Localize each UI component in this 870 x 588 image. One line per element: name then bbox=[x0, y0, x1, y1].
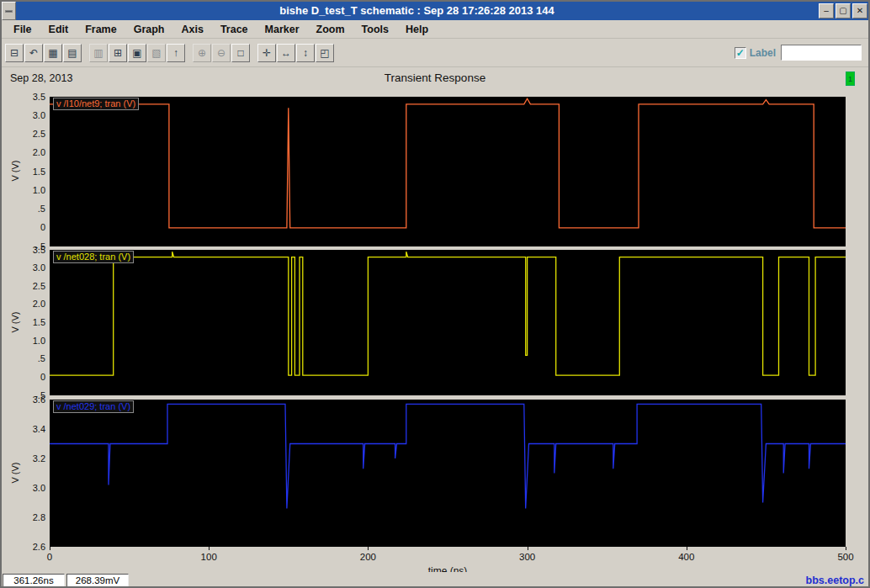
undo-icon[interactable]: ↶ bbox=[24, 44, 43, 62]
maximize-button[interactable]: ▢ bbox=[836, 3, 851, 19]
toolbar: ⊟↶▦▤▥⊞▣▧↑⊕⊖□✛↔↕◰ ✓ Label bbox=[2, 40, 868, 67]
watermark: bbs.eetop.c bbox=[806, 575, 864, 586]
menu-frame[interactable]: Frame bbox=[77, 20, 125, 39]
menu-tools[interactable]: Tools bbox=[353, 20, 397, 39]
x-tick-mark bbox=[50, 547, 50, 550]
y-tick-label: 3.2 bbox=[2, 453, 45, 464]
menu-edit[interactable]: Edit bbox=[40, 20, 77, 39]
close-button[interactable]: ✕ bbox=[852, 3, 867, 19]
x-tick-label: 400 bbox=[670, 552, 703, 562]
y-tick-label: 1.0 bbox=[2, 185, 45, 195]
x-tick-mark bbox=[528, 547, 528, 550]
window-title: bishe D_test_T schematic : Sep 28 17:26:… bbox=[16, 2, 818, 20]
waveform-trace-1[interactable] bbox=[50, 98, 846, 228]
check-icon: ✓ bbox=[736, 47, 745, 59]
y-tick-label: 1.5 bbox=[2, 317, 45, 327]
zoom-box-icon[interactable]: □ bbox=[231, 44, 250, 62]
menu-file[interactable]: File bbox=[5, 20, 40, 39]
trace-label-1[interactable]: v /I10/net9; tran (V) bbox=[53, 98, 139, 110]
label-group: ✓ Label bbox=[735, 45, 862, 61]
trace-label-2[interactable]: v /net028; tran (V) bbox=[53, 251, 134, 263]
print-icon[interactable]: ⊟ bbox=[5, 44, 24, 62]
x-tick-label: 500 bbox=[829, 552, 862, 562]
window-menu-button[interactable] bbox=[2, 2, 16, 20]
menu-trace[interactable]: Trace bbox=[212, 20, 257, 39]
label-checkbox-text: Label bbox=[750, 47, 776, 59]
menu-help[interactable]: Help bbox=[397, 20, 437, 39]
toolbar-icons: ⊟↶▦▤▥⊞▣▧↑⊕⊖□✛↔↕◰ bbox=[5, 44, 335, 62]
y-tick-label: 3.6 bbox=[2, 395, 45, 405]
waveform-trace-2[interactable] bbox=[50, 252, 846, 375]
y-tick-label: 2.8 bbox=[2, 512, 45, 522]
copy-window-icon[interactable]: ⊞ bbox=[109, 44, 127, 62]
delete-subwindow-icon[interactable]: ▧ bbox=[147, 44, 166, 62]
y-tick-label: 3.4 bbox=[2, 424, 45, 434]
y-tick-label: 0 bbox=[2, 372, 45, 382]
statusbar: 361.26ns268.39mV bbs.eetop.c bbox=[2, 572, 868, 586]
y-tick-label: 3.0 bbox=[2, 483, 45, 493]
page-indicator-badge: 1 bbox=[846, 72, 855, 86]
page-title: Transient Response bbox=[2, 72, 868, 84]
zoom-out-icon[interactable]: ⊖ bbox=[212, 44, 231, 62]
label-checkbox[interactable]: ✓ bbox=[735, 47, 746, 59]
paste-window-icon[interactable]: ▣ bbox=[128, 44, 146, 62]
y-tick-label: 3.5 bbox=[2, 245, 45, 255]
grid-icon[interactable]: ▦ bbox=[44, 44, 62, 62]
app-window: bishe D_test_T schematic : Sep 28 17:26:… bbox=[0, 0, 870, 588]
x-tick-label: 200 bbox=[351, 552, 385, 562]
pan-y-icon[interactable]: ↕ bbox=[296, 44, 315, 62]
waveform-trace-3[interactable] bbox=[50, 404, 846, 508]
y-tick-label: .5 bbox=[2, 353, 45, 363]
y-axis-title: V (V) bbox=[10, 456, 20, 490]
x-tick-label: 300 bbox=[511, 552, 544, 562]
header-strip: Sep 28, 2013 Transient Response 1 bbox=[2, 68, 868, 90]
marker-icon[interactable]: ↑ bbox=[167, 44, 185, 62]
y-tick-label: 2.0 bbox=[2, 147, 45, 157]
menu-axis[interactable]: Axis bbox=[173, 20, 212, 39]
y-tick-label: 1.5 bbox=[2, 167, 45, 177]
y-tick-label: 1.0 bbox=[2, 336, 45, 346]
plot-panel-2[interactable]: v /net028; tran (V) bbox=[50, 250, 846, 395]
y-tick-label: .5 bbox=[2, 204, 45, 214]
fit-view-icon[interactable]: ◰ bbox=[316, 44, 334, 62]
menu-zoom[interactable]: Zoom bbox=[308, 20, 353, 39]
x-tick-mark bbox=[368, 547, 369, 550]
marker-y-readout: 268.39mV bbox=[66, 574, 129, 587]
x-tick-label: 100 bbox=[192, 552, 225, 562]
menu-graph[interactable]: Graph bbox=[125, 20, 173, 39]
window-menu-icon bbox=[5, 10, 13, 13]
strip-chart-icon[interactable]: ▤ bbox=[63, 44, 82, 62]
y-tick-label: 0 bbox=[2, 222, 45, 232]
x-tick-mark bbox=[209, 547, 210, 550]
y-tick-label: 3.5 bbox=[2, 92, 45, 102]
trace-label-3[interactable]: v /net029; tran (V) bbox=[53, 400, 134, 413]
y-tick-label: 2.5 bbox=[2, 281, 45, 291]
marker-x-readout: 361.26ns bbox=[3, 574, 65, 587]
y-tick-label: 2.6 bbox=[2, 542, 45, 552]
y-tick-label: 2.5 bbox=[2, 129, 45, 139]
zoom-in-icon[interactable]: ⊕ bbox=[193, 44, 211, 62]
titlebar: bishe D_test_T schematic : Sep 28 17:26:… bbox=[2, 2, 868, 20]
pan-icon[interactable]: ✛ bbox=[257, 44, 276, 62]
label-input[interactable] bbox=[781, 45, 862, 61]
menubar: FileEditFrameGraphAxisTraceMarkerZoomToo… bbox=[2, 20, 868, 39]
menu-marker[interactable]: Marker bbox=[257, 20, 308, 39]
x-tick-label: 0 bbox=[33, 552, 66, 562]
x-tick-mark bbox=[687, 547, 687, 550]
overlay-chart-icon[interactable]: ▥ bbox=[89, 44, 108, 62]
y-tick-label: 2.0 bbox=[2, 299, 45, 309]
pan-x-icon[interactable]: ↔ bbox=[277, 44, 295, 62]
y-tick-label: 3.0 bbox=[2, 110, 45, 120]
x-tick-mark bbox=[846, 547, 846, 550]
y-axis-title: V (V) bbox=[10, 305, 20, 339]
plot-panel-3[interactable]: v /net029; tran (V) bbox=[50, 400, 846, 547]
minimize-button[interactable]: – bbox=[819, 3, 834, 19]
y-axis-title: V (V) bbox=[10, 154, 20, 188]
plot-panel-1[interactable]: v /I10/net9; tran (V) bbox=[50, 97, 846, 246]
y-tick-label: 3.0 bbox=[2, 262, 45, 273]
